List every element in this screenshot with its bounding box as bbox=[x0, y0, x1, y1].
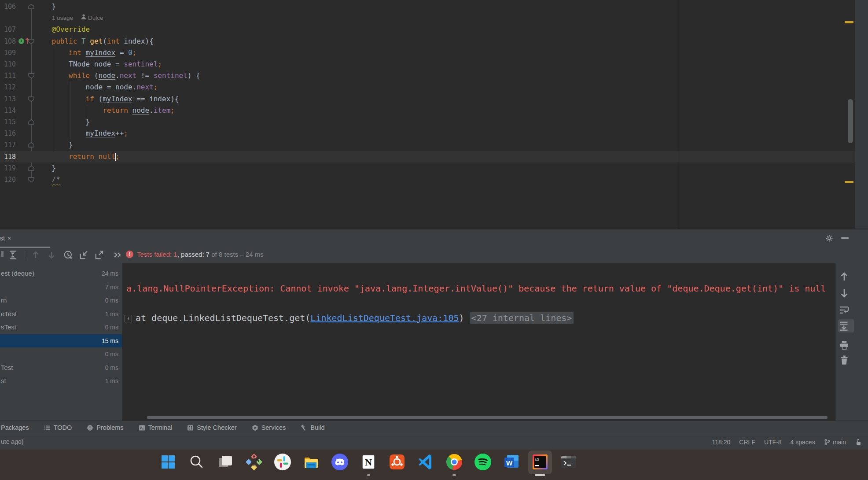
taskbar-icon-spotify[interactable] bbox=[474, 452, 492, 477]
code-line-115[interactable]: 115 } bbox=[0, 116, 855, 128]
line-number[interactable]: 107 bbox=[1, 24, 16, 35]
fold-end-icon[interactable] bbox=[28, 165, 35, 171]
code-line-117[interactable]: 117 } bbox=[0, 139, 855, 151]
line-number[interactable]: 114 bbox=[1, 105, 16, 116]
test-tab[interactable]: st× bbox=[0, 230, 11, 246]
taskbar-icon-vscode[interactable] bbox=[417, 452, 434, 477]
line-number[interactable]: 113 bbox=[1, 93, 16, 105]
line-number[interactable]: 117 bbox=[1, 139, 16, 151]
file-encoding[interactable]: UTF-8 bbox=[764, 439, 782, 446]
test-tree-row[interactable]: st1 ms bbox=[0, 374, 122, 388]
code-line-107[interactable]: 107 @Override bbox=[0, 24, 855, 35]
soft-wrap-icon[interactable] bbox=[839, 305, 850, 315]
test-tree-row[interactable]: Test0 ms bbox=[0, 361, 122, 374]
taskbar-icon-search[interactable] bbox=[188, 452, 206, 477]
editor-scrollbar-thumb[interactable] bbox=[848, 99, 853, 143]
taskbar-icon-word[interactable]: W bbox=[503, 452, 520, 477]
code-line-120[interactable]: 120 /* bbox=[0, 174, 855, 185]
caret-position[interactable]: 118:20 bbox=[712, 439, 731, 446]
code-editor[interactable]: 106 }1 usageDulce107 @Override108I publi… bbox=[0, 0, 868, 229]
code-line-106[interactable]: 106 } bbox=[0, 1, 855, 12]
console-hscrollbar-thumb[interactable] bbox=[147, 416, 828, 419]
test-tree-row[interactable]: 15 ms bbox=[0, 334, 122, 347]
test-tree-row[interactable]: est (deque)24 ms bbox=[0, 267, 122, 280]
collapse-all-icon[interactable] bbox=[8, 250, 18, 260]
test-tree-row[interactable]: sTest0 ms bbox=[0, 321, 122, 334]
line-number[interactable]: 118 bbox=[1, 151, 16, 162]
more-actions-icon[interactable] bbox=[113, 250, 122, 260]
indent-setting[interactable]: 4 spaces bbox=[791, 439, 815, 446]
fold-start-icon[interactable] bbox=[28, 96, 35, 102]
export-test-results-icon[interactable] bbox=[95, 250, 104, 260]
code-line-114[interactable]: 114 return node.item; bbox=[0, 105, 855, 116]
minimize-icon[interactable] bbox=[841, 237, 849, 239]
toolwindow-button-problems[interactable]: Problems bbox=[87, 421, 123, 434]
taskbar-icon-notion[interactable]: N bbox=[360, 452, 377, 477]
fold-start-icon[interactable] bbox=[28, 73, 35, 79]
collapsed-frames-chip[interactable]: <27 internal lines> bbox=[470, 312, 574, 324]
line-number[interactable]: 112 bbox=[1, 81, 16, 93]
test-tree-row[interactable]: 7 ms bbox=[0, 281, 122, 294]
taskbar-icon-file-explorer[interactable] bbox=[302, 452, 320, 477]
test-tree-row[interactable]: 0 ms bbox=[0, 347, 122, 361]
taskbar-icon-windows-terminal[interactable] bbox=[560, 452, 577, 477]
taskbar-icon-discord[interactable] bbox=[331, 452, 349, 477]
author-hint[interactable]: Dulce bbox=[88, 12, 103, 24]
unlock-icon[interactable] bbox=[855, 439, 862, 446]
navigate-previous-icon[interactable] bbox=[839, 271, 850, 282]
fold-end-icon[interactable] bbox=[28, 119, 35, 125]
fold-start-icon[interactable] bbox=[28, 177, 35, 183]
test-history-icon[interactable] bbox=[63, 250, 73, 260]
toolwindow-button-todo[interactable]: TODO bbox=[44, 421, 72, 434]
toolwindow-button-terminal[interactable]: Terminal bbox=[139, 421, 173, 434]
test-tree-row[interactable]: rn0 ms bbox=[0, 294, 122, 307]
fold-end-icon[interactable] bbox=[28, 4, 35, 10]
taskbar-icon-ubuntu[interactable] bbox=[388, 452, 406, 477]
line-number[interactable]: 115 bbox=[1, 116, 16, 128]
code-line-119[interactable]: 119 } bbox=[0, 162, 855, 174]
taskbar-icon-version-control-app[interactable] bbox=[245, 452, 263, 477]
clear-all-icon[interactable] bbox=[839, 355, 850, 366]
scroll-to-end-icon[interactable] bbox=[839, 321, 850, 331]
toolwindow-button-packages[interactable]: Packages bbox=[1, 421, 29, 434]
line-number[interactable]: 116 bbox=[1, 128, 16, 139]
line-number[interactable]: 119 bbox=[1, 162, 16, 174]
code-line-116[interactable]: 116 myIndex++; bbox=[0, 128, 855, 139]
toolwindow-button-services[interactable]: Services bbox=[252, 421, 286, 434]
taskbar-icon-task-view[interactable] bbox=[217, 452, 234, 477]
line-number[interactable]: 106 bbox=[1, 1, 16, 12]
code-vision-inlay[interactable]: 1 usageDulce bbox=[0, 12, 855, 24]
implementing-method-icon[interactable]: I bbox=[18, 38, 24, 44]
taskbar-icon-chrome[interactable] bbox=[445, 452, 463, 477]
git-branch-widget[interactable]: main bbox=[824, 439, 846, 446]
line-number[interactable]: 120 bbox=[1, 174, 16, 185]
settings-icon[interactable] bbox=[825, 234, 834, 243]
code-line-109[interactable]: 109 int myIndex = 0; bbox=[0, 47, 855, 59]
line-number[interactable]: 109 bbox=[1, 47, 16, 59]
close-icon[interactable]: × bbox=[7, 235, 11, 242]
warning-stripe-mark[interactable] bbox=[845, 21, 853, 23]
line-number[interactable]: 110 bbox=[1, 59, 16, 70]
taskbar-icon-start[interactable] bbox=[159, 452, 177, 477]
navigate-next-icon[interactable] bbox=[839, 288, 850, 299]
import-test-results-icon[interactable] bbox=[79, 250, 89, 260]
code-line-112[interactable]: 112 node = node.next; bbox=[0, 81, 855, 93]
print-icon[interactable] bbox=[839, 340, 850, 351]
line-number[interactable]: 111 bbox=[1, 70, 16, 81]
test-tree-row[interactable]: eTest1 ms bbox=[0, 307, 122, 321]
line-separator[interactable]: CRLF bbox=[739, 439, 755, 446]
next-failed-test-icon[interactable] bbox=[47, 250, 56, 260]
code-line-110[interactable]: 110 TNode node = sentinel; bbox=[0, 59, 855, 70]
code-line-108[interactable]: 108I public T get(int index){ bbox=[0, 36, 855, 47]
code-line-111[interactable]: 111 while (node.next != sentinel) { bbox=[0, 70, 855, 81]
fold-end-icon[interactable] bbox=[28, 142, 35, 148]
line-number[interactable]: 108 bbox=[1, 36, 16, 47]
stacktrace-file-link[interactable]: LinkedListDequeTest.java:105 bbox=[310, 313, 459, 323]
taskbar-icon-intellij[interactable]: IJ bbox=[531, 452, 549, 477]
code-line-118[interactable]: 118 return null; bbox=[0, 151, 855, 162]
usages-hint[interactable]: 1 usage bbox=[52, 12, 73, 24]
editor-error-stripe[interactable] bbox=[855, 0, 868, 229]
warning-stripe-mark[interactable] bbox=[845, 181, 853, 183]
taskbar-icon-slack[interactable] bbox=[274, 452, 291, 477]
test-tree[interactable]: est (deque)24 ms7 msrn0 mseTest1 mssTest… bbox=[0, 263, 122, 421]
